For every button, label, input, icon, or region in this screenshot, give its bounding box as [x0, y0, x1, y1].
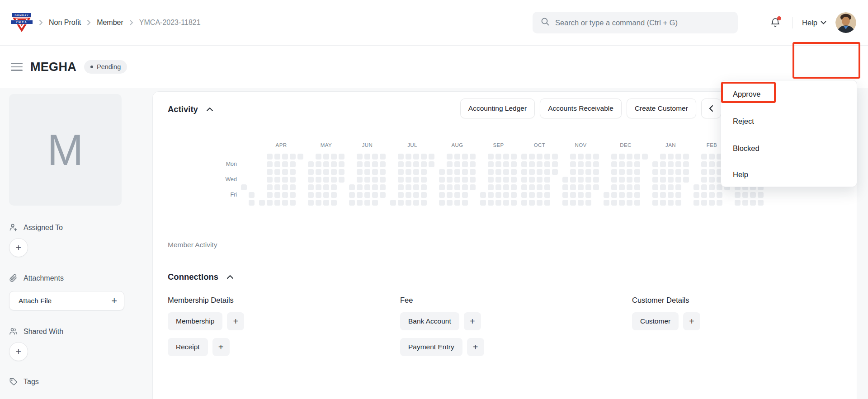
tags-section: Tags	[9, 377, 152, 386]
heatmap-cell	[693, 177, 699, 183]
heatmap-cell	[349, 161, 355, 167]
heatmap-cell	[570, 169, 576, 175]
breadcrumb-item-member[interactable]: Member	[97, 19, 123, 27]
connection-add-button[interactable]: +	[212, 338, 230, 356]
heatmap-cell	[429, 154, 434, 160]
heatmap-cell	[693, 192, 699, 198]
notifications-button[interactable]	[767, 14, 783, 31]
heatmap-cell	[480, 177, 486, 183]
heatmap-cell	[331, 184, 337, 190]
accounting-ledger-button[interactable]: Accounting Ledger	[460, 99, 535, 118]
collapse-activity-button[interactable]	[205, 106, 214, 113]
connection-link-button[interactable]: Bank Account	[400, 312, 459, 330]
breadcrumb-item-nonprofit[interactable]: Non Profit	[49, 19, 81, 27]
connection-add-button[interactable]: +	[683, 312, 700, 330]
heatmap-cell	[357, 192, 363, 198]
sidebar-toggle-button[interactable]	[11, 62, 23, 72]
heatmap-cell	[521, 192, 527, 198]
heatmap-cell	[735, 200, 741, 206]
heatmap-cell	[398, 200, 404, 206]
user-avatar[interactable]	[835, 12, 856, 33]
heatmap-cell	[259, 161, 265, 167]
heatmap-caption: Member Activity	[168, 241, 842, 249]
heatmap-cell	[390, 184, 396, 190]
heatmap-cell	[537, 184, 542, 190]
connection-link-button[interactable]: Payment Entry	[400, 338, 462, 356]
heatmap-cell	[249, 161, 255, 167]
heatmap-cell	[552, 154, 558, 160]
heatmap-cell	[462, 200, 468, 206]
heatmap-cell	[439, 161, 445, 167]
app-logo[interactable]: BOMBAY YMCA	[11, 12, 33, 33]
attach-file-button[interactable]: Attach File +	[9, 291, 124, 310]
heatmap-cell	[668, 192, 674, 198]
heatmap-cell	[562, 184, 568, 190]
prev-record-button[interactable]	[701, 99, 721, 118]
heatmap-cell	[323, 161, 329, 167]
menu-item-blocked[interactable]: Blocked	[721, 135, 857, 162]
heatmap-month	[241, 142, 255, 206]
search-field[interactable]	[555, 19, 730, 27]
heatmap-cell	[585, 154, 591, 160]
heatmap-cell	[259, 154, 265, 160]
search-input[interactable]	[533, 12, 738, 33]
heatmap-cell	[634, 169, 640, 175]
heatmap-cell	[364, 184, 370, 190]
help-menu-button[interactable]: Help	[802, 19, 826, 27]
heatmap-cell	[593, 192, 599, 198]
heatmap-cell	[454, 154, 460, 160]
heatmap-cell	[470, 161, 476, 167]
heatmap-cell	[693, 184, 699, 190]
heatmap-cell	[331, 161, 337, 167]
heatmap-cell	[398, 169, 404, 175]
heatmap-month: JUL	[390, 142, 434, 206]
heatmap-cell	[578, 161, 584, 167]
chevron-up-icon	[226, 275, 234, 279]
heatmap-cell	[421, 184, 427, 190]
connection-link-button[interactable]: Receipt	[168, 338, 208, 356]
heatmap-cell	[668, 200, 674, 206]
activity-title: Activity	[168, 104, 198, 114]
record-image-placeholder[interactable]: M	[9, 94, 122, 206]
heatmap-cell	[585, 184, 591, 190]
heatmap-cell	[241, 200, 247, 206]
heatmap-cell	[429, 169, 434, 175]
heatmap-cell	[693, 200, 699, 206]
heatmap-cell	[339, 200, 344, 206]
add-share-button[interactable]: +	[9, 342, 28, 361]
connection-link-button[interactable]: Membership	[168, 312, 222, 330]
heatmap-cell	[349, 200, 355, 206]
heatmap-cell	[454, 161, 460, 167]
heatmap-cell	[552, 184, 558, 190]
heatmap-cell	[634, 154, 640, 160]
heatmap-cell	[503, 154, 509, 160]
heatmap-cell	[758, 192, 764, 198]
heatmap-cell	[503, 192, 509, 198]
heatmap-cell	[570, 200, 576, 206]
menu-item-reject[interactable]: Reject	[721, 108, 857, 135]
menu-item-help[interactable]: Help	[721, 162, 857, 187]
heatmap-cell	[701, 154, 707, 160]
activity-heatmap-days: MonWedFri	[213, 142, 241, 206]
heatmap-cell	[241, 161, 247, 167]
connection-link-button[interactable]: Customer	[632, 312, 679, 330]
heatmap-day-label	[213, 154, 241, 160]
menu-item-approve[interactable]: Approve	[721, 80, 857, 108]
heatmap-cell	[274, 192, 280, 198]
connection-add-button[interactable]: +	[467, 338, 484, 356]
heatmap-cell	[282, 200, 288, 206]
add-assignment-button[interactable]: +	[9, 238, 28, 257]
heatmap-cell	[364, 177, 370, 183]
accounts-receivable-button[interactable]: Accounts Receivable	[540, 99, 622, 118]
heatmap-month: MAY	[308, 142, 344, 206]
create-customer-button[interactable]: Create Customer	[627, 99, 696, 118]
heatmap-cell	[413, 169, 419, 175]
heatmap-cell	[316, 192, 321, 198]
connection-add-button[interactable]: +	[464, 312, 481, 330]
heatmap-cell	[380, 184, 386, 190]
collapse-connections-button[interactable]	[226, 274, 235, 280]
attachments-label: Attachments	[24, 274, 64, 282]
heatmap-cell	[267, 200, 273, 206]
heatmap-cell	[274, 177, 280, 183]
connection-add-button[interactable]: +	[227, 312, 244, 330]
